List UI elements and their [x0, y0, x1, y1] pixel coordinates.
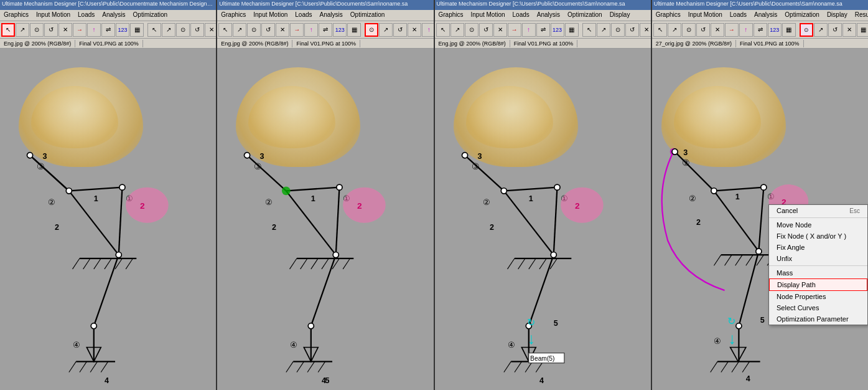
ctx-optimization-param[interactable]: Optimization Parameter	[769, 313, 867, 325]
tb4-b4[interactable]: ✕	[842, 23, 856, 37]
menu-input-motion-3[interactable]: Input Motion	[467, 10, 509, 21]
tb2-b5[interactable]: ↑	[422, 23, 434, 37]
tb3-grid[interactable]: ▦	[565, 23, 579, 37]
menu-loads-2[interactable]: Loads	[291, 10, 315, 21]
tb3-select[interactable]: ↖	[436, 23, 450, 37]
tb3-b2[interactable]: ↗	[597, 23, 610, 37]
canvas-1[interactable]: ③ ② ① 1 2 3 ④ 4 2	[0, 49, 216, 390]
tb-grid-1[interactable]: ▦	[130, 23, 144, 37]
menu-loads-1[interactable]: Loads	[74, 10, 98, 21]
menu-analysis-1[interactable]: Analysis	[98, 10, 129, 21]
tb3-a5[interactable]: →	[508, 23, 521, 37]
tb-s4[interactable]: ↺	[190, 23, 204, 37]
menu-input-motion-1[interactable]: Input Motion	[32, 10, 74, 21]
menu-analysis-2[interactable]: Analysis	[316, 10, 347, 21]
tab-2a[interactable]: Eng.jpg @ 200% (RGB/8#)	[217, 40, 292, 47]
tab-3a[interactable]: Eng.jpg @ 200% (RGB/8#)	[435, 40, 510, 47]
canvas-3[interactable]: ↓ ↻ ③ ② ① 1 2 3 ④ 4 5 2 Beam(5)	[435, 49, 651, 390]
tab-1b[interactable]: Final V01.PNG at 100%	[75, 40, 143, 47]
ctx-fix-angle[interactable]: Fix Angle	[769, 242, 867, 253]
ctx-move-node[interactable]: Move Node	[769, 219, 867, 231]
canvas-4[interactable]: ↓ ↻ ③ ② ① 1 2 3 ④ 4 5 2	[652, 49, 868, 390]
tb-s1[interactable]: ↖	[147, 23, 161, 37]
ctx-display-path[interactable]: Display Path	[769, 278, 867, 291]
tb4-a3[interactable]: ↺	[696, 23, 710, 37]
tb2-a6[interactable]: ↑	[304, 23, 318, 37]
tb4-b5[interactable]: ▦	[857, 23, 868, 37]
tab-2b[interactable]: Final V01.PNG at 100%	[292, 40, 360, 47]
tb4-a4[interactable]: ✕	[711, 23, 724, 37]
tb-r1[interactable]: →	[73, 23, 86, 37]
tb2-a4[interactable]: ✕	[276, 23, 289, 37]
tb4-num[interactable]: 123	[768, 23, 782, 37]
tb-circle-1[interactable]: ⊙	[30, 23, 44, 37]
tab-1[interactable]: Eng.jpg @ 200% (RGB/8#)	[0, 40, 75, 47]
menu-resu-4[interactable]: Resu	[851, 10, 868, 21]
ctx-unfix[interactable]: Unfix	[769, 253, 867, 264]
menu-analysis-4[interactable]: Analysis	[750, 10, 781, 21]
ctx-mass[interactable]: Mass	[769, 267, 867, 278]
tb2-a5[interactable]: →	[290, 23, 304, 37]
tb4-active[interactable]: ⊙	[800, 23, 813, 37]
menu-loads-4[interactable]: Loads	[726, 10, 750, 21]
menu-display-3[interactable]: Display	[606, 10, 634, 21]
menu-graphics-1[interactable]: Graphics	[0, 10, 32, 21]
tb2-b3[interactable]: ↺	[393, 23, 407, 37]
menu-input-motion-4[interactable]: Input Motion	[684, 10, 726, 21]
tb4-a5[interactable]: →	[725, 23, 739, 37]
tb3-b3[interactable]: ⊙	[611, 23, 625, 37]
menu-input-motion-2[interactable]: Input Motion	[250, 10, 291, 21]
ctx-node-properties[interactable]: Node Properties	[769, 291, 867, 302]
tb-num-1[interactable]: 123	[116, 23, 129, 37]
tb2-a1[interactable]: ↗	[233, 23, 246, 37]
tb4-b2[interactable]: ↗	[814, 23, 828, 37]
tb3-a6[interactable]: ↑	[522, 23, 536, 37]
tb-s2[interactable]: ↗	[162, 23, 175, 37]
tb-s3[interactable]: ⊙	[176, 23, 190, 37]
tb2-select[interactable]: ↖	[218, 23, 232, 37]
tb3-a4[interactable]: ✕	[493, 23, 507, 37]
tb3-a2[interactable]: ⊙	[465, 23, 478, 37]
tb2-a2[interactable]: ⊙	[247, 23, 261, 37]
menu-graphics-4[interactable]: Graphics	[652, 10, 684, 21]
tb-s5[interactable]: ✕	[205, 23, 217, 37]
tb3-b4[interactable]: ↺	[625, 23, 639, 37]
canvas-2[interactable]: ③ ② ① 1 2 3 ④ 4 5 2	[217, 49, 433, 390]
tb2-a3[interactable]: ↺	[261, 23, 275, 37]
tab-4a[interactable]: 27_orig.jpg @ 200% (RGB/8#)	[652, 40, 736, 47]
tb4-a2[interactable]: ⊙	[682, 23, 696, 37]
menu-loads-3[interactable]: Loads	[509, 10, 533, 21]
tb3-b1[interactable]: ↖	[582, 23, 596, 37]
tb4-select[interactable]: ↖	[653, 23, 667, 37]
tab-3b[interactable]: Final V01.PNG at 100%	[510, 40, 578, 47]
tb-x-1[interactable]: ✕	[58, 23, 72, 37]
tb3-num[interactable]: 123	[551, 23, 564, 37]
tb-select-1[interactable]: ↖	[1, 23, 15, 37]
tb-arrow-1[interactable]: ↗	[16, 23, 29, 37]
tb-rotate-1[interactable]: ↺	[44, 23, 58, 37]
menu-optimization-4[interactable]: Optimization	[781, 10, 823, 21]
tb2-active[interactable]: ⊙	[365, 23, 378, 37]
tb2-a7[interactable]: ⇌	[319, 23, 332, 37]
menu-display-4[interactable]: Display	[823, 10, 851, 21]
tb4-a7[interactable]: ⇌	[754, 23, 767, 37]
menu-analysis-3[interactable]: Analysis	[533, 10, 564, 21]
tab-4b[interactable]: Final V01.PNG at 100%	[736, 40, 804, 47]
tb3-a7[interactable]: ⇌	[536, 23, 550, 37]
menu-graphics-2[interactable]: Graphics	[217, 10, 250, 21]
tb2-b4[interactable]: ✕	[408, 23, 421, 37]
menu-optimization-2[interactable]: Optimization	[347, 10, 389, 21]
tb4-a1[interactable]: ↗	[668, 23, 681, 37]
tb2-b2[interactable]: ↗	[379, 23, 393, 37]
ctx-fix-node[interactable]: Fix Node ( X and/or Y )	[769, 231, 867, 242]
tb2-grid[interactable]: ▦	[347, 23, 361, 37]
tb4-a6[interactable]: ↑	[739, 23, 753, 37]
tb3-a3[interactable]: ↺	[479, 23, 493, 37]
tb-r2[interactable]: ↑	[87, 23, 101, 37]
menu-graphics-3[interactable]: Graphics	[435, 10, 467, 21]
ctx-select-curves[interactable]: Select Curves	[769, 302, 867, 313]
tb3-a1[interactable]: ↗	[450, 23, 464, 37]
tb-r3[interactable]: ⇌	[101, 23, 115, 37]
tb4-b3[interactable]: ↺	[828, 23, 842, 37]
tb2-num[interactable]: 123	[333, 23, 347, 37]
